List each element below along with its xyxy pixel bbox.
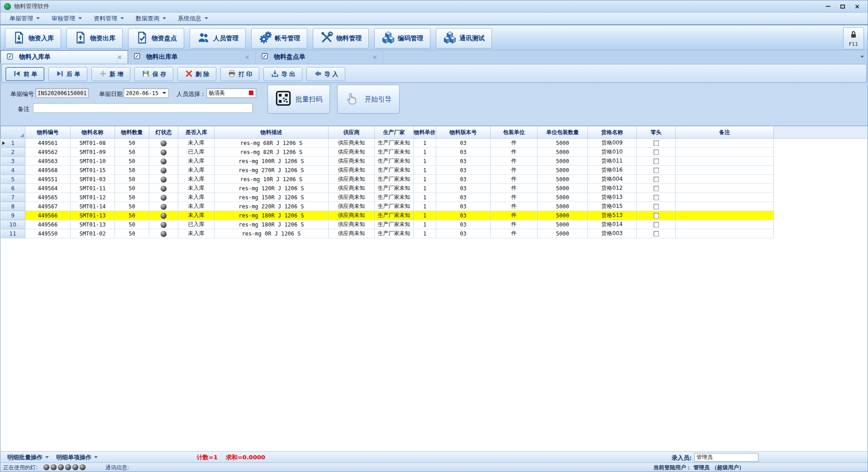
fraction-checkbox[interactable]: [653, 149, 659, 155]
column-header[interactable]: 单位包装数量: [538, 126, 588, 139]
cell-stock-status[interactable]: 未入库: [178, 202, 215, 211]
cell-material-name[interactable]: SMT01-02: [71, 229, 115, 238]
column-header[interactable]: 生产厂家: [375, 126, 414, 139]
cell-description[interactable]: res-mg 100R J 1206 S: [215, 157, 329, 166]
cell-material-name[interactable]: SMT01-03: [71, 175, 115, 184]
cell-description[interactable]: res-mg 68R J 1206 S: [215, 139, 329, 148]
cell-description[interactable]: res-mg 120R J 1206 S: [215, 184, 329, 193]
cell-slot-name[interactable]: 货格513: [588, 211, 637, 220]
doc-toolbar-button-6[interactable]: 打 印: [220, 67, 259, 81]
cell-supplier[interactable]: 供应商未知: [329, 148, 375, 157]
fraction-checkbox[interactable]: [653, 195, 659, 200]
cell-fraction[interactable]: [637, 184, 676, 193]
cell-fraction[interactable]: [637, 202, 676, 211]
cell-version[interactable]: 03: [436, 166, 491, 175]
cell-quantity[interactable]: 50: [115, 193, 149, 202]
cell-fraction[interactable]: [637, 229, 676, 238]
cell-material-name[interactable]: SMT01-14: [71, 202, 115, 211]
cell-lamp-state[interactable]: [149, 220, 178, 229]
cell-material-name[interactable]: SMT01-13: [71, 220, 115, 229]
menu-item-3[interactable]: 资料管理: [89, 13, 129, 24]
cell-fraction[interactable]: [637, 175, 676, 184]
column-header[interactable]: 物料名称: [71, 126, 115, 139]
cell-version[interactable]: 03: [436, 184, 491, 193]
cell-version[interactable]: 03: [436, 220, 491, 229]
maximize-icon[interactable]: [839, 3, 847, 10]
cell-manufacturer[interactable]: 生产厂家未知: [375, 193, 414, 202]
toolbar-button-5[interactable]: 帐号管理: [251, 28, 307, 48]
cell-description[interactable]: res-mg 150R J 1206 S: [215, 193, 329, 202]
cell-lamp-state[interactable]: [149, 202, 178, 211]
doc-toolbar-button-1[interactable]: 前 单: [5, 67, 44, 81]
row-header[interactable]: 5: [1, 175, 25, 184]
cell-package-qty[interactable]: 5000: [538, 139, 588, 148]
row-header[interactable]: 6: [1, 184, 25, 193]
cell-version[interactable]: 03: [436, 193, 491, 202]
doc-toolbar-button-5[interactable]: 删 除: [177, 67, 216, 81]
cell-slot-name[interactable]: 货格013: [588, 193, 637, 202]
cell-package-qty[interactable]: 5000: [538, 202, 588, 211]
cell-material-name[interactable]: SMT01-09: [71, 148, 115, 157]
cell-quantity[interactable]: 50: [115, 166, 149, 175]
doc-toolbar-button-3[interactable]: 新 增: [91, 67, 130, 81]
cell-manufacturer[interactable]: 生产厂家未知: [375, 220, 414, 229]
cell-fraction[interactable]: [637, 166, 676, 175]
row-header[interactable]: 10: [1, 220, 25, 229]
cell-quantity[interactable]: 50: [115, 157, 149, 166]
cell-supplier[interactable]: 供应商未知: [329, 139, 375, 148]
row-header[interactable]: 7: [1, 193, 25, 202]
cell-fraction[interactable]: [637, 220, 676, 229]
fraction-checkbox[interactable]: [653, 168, 659, 173]
cell-fraction[interactable]: [637, 148, 676, 157]
cell-manufacturer[interactable]: 生产厂家未知: [375, 148, 414, 157]
cell-unit-price[interactable]: 1: [414, 166, 436, 175]
cell-material-code[interactable]: 449551: [25, 175, 71, 184]
cell-unit-price[interactable]: 1: [414, 211, 436, 220]
cell-slot-name[interactable]: 货格011: [588, 157, 637, 166]
cell-stock-status[interactable]: 未入库: [178, 229, 215, 238]
row-header[interactable]: 8: [1, 202, 25, 211]
cell-unit-price[interactable]: 1: [414, 175, 436, 184]
column-header[interactable]: 是否入库: [178, 126, 215, 139]
fraction-checkbox[interactable]: [653, 231, 659, 236]
cell-remark[interactable]: [676, 148, 774, 157]
doc-no-field[interactable]: [35, 88, 89, 98]
cell-supplier[interactable]: 供应商未知: [329, 229, 375, 238]
select-all-header[interactable]: [1, 126, 25, 139]
cell-material-code[interactable]: 449566: [25, 211, 71, 220]
cell-fraction[interactable]: [637, 157, 676, 166]
column-header[interactable]: 包装单位: [491, 126, 538, 139]
toolbar-button-1[interactable]: 物资入库: [5, 28, 61, 48]
row-header[interactable]: 2: [1, 148, 25, 157]
cell-slot-name[interactable]: 货格004: [588, 175, 637, 184]
row-header[interactable]: 9: [1, 211, 25, 220]
cell-description[interactable]: res-mg 10R J 1206 S: [215, 175, 329, 184]
cell-stock-status[interactable]: 未入库: [178, 184, 215, 193]
fraction-checkbox[interactable]: [653, 222, 659, 227]
cell-version[interactable]: 03: [436, 211, 491, 220]
cell-stock-status[interactable]: 未入库: [178, 193, 215, 202]
cell-unit-price[interactable]: 1: [414, 229, 436, 238]
cell-material-code[interactable]: 449562: [25, 148, 71, 157]
cell-slot-name[interactable]: 货格009: [588, 139, 637, 148]
cell-remark[interactable]: [676, 184, 774, 193]
column-header[interactable]: 备注: [676, 126, 774, 139]
cell-version[interactable]: 03: [436, 157, 491, 166]
cell-unit-price[interactable]: 1: [414, 184, 436, 193]
cell-unit-price[interactable]: 1: [414, 139, 436, 148]
operator-field[interactable]: [694, 453, 758, 462]
cell-remark[interactable]: [676, 229, 774, 238]
menu-item-4[interactable]: 数据查询: [131, 13, 171, 24]
cell-version[interactable]: 03: [436, 175, 491, 184]
cell-supplier[interactable]: 供应商未知: [329, 220, 375, 229]
cell-package-qty[interactable]: 5000: [538, 166, 588, 175]
doc-toolbar-button-4[interactable]: 保 存: [134, 67, 173, 81]
cell-package-unit[interactable]: 件: [491, 166, 538, 175]
cell-supplier[interactable]: 供应商未知: [329, 202, 375, 211]
cell-slot-name[interactable]: 货格014: [588, 220, 637, 229]
cell-package-qty[interactable]: 5000: [538, 148, 588, 157]
cell-material-name[interactable]: SMT01-15: [71, 166, 115, 175]
cell-remark[interactable]: [676, 157, 774, 166]
column-header[interactable]: 货格名称: [588, 126, 637, 139]
cell-manufacturer[interactable]: 生产厂家未知: [375, 157, 414, 166]
